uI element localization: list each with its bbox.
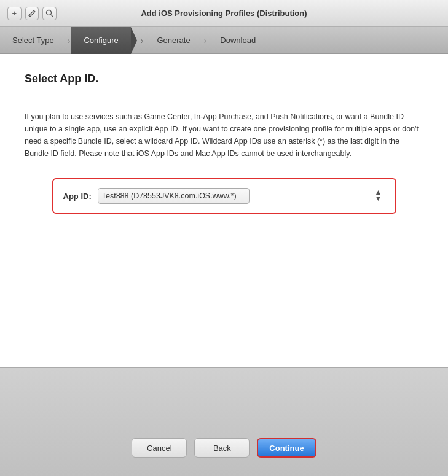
app-id-label: App ID: <box>63 192 92 201</box>
titlebar: + Add iOS Provisioning Profiles (Distrib… <box>0 0 448 27</box>
chevron-icon: ▲ ▼ <box>375 190 382 201</box>
step-select-type-label: Select Type <box>12 36 54 45</box>
step-download-label: Download <box>220 36 256 45</box>
step-generate-label: Generate <box>157 36 190 45</box>
step-select-type[interactable]: Select Type <box>0 27 66 54</box>
arrow-3: › <box>203 36 208 45</box>
back-button[interactable]: Back <box>194 438 250 458</box>
footer: Cancel Back Continue <box>0 367 448 476</box>
step-configure-label: Configure <box>84 36 118 45</box>
window-title: Add iOS Provisioning Profiles (Distribut… <box>57 9 391 18</box>
continue-button[interactable]: Continue <box>257 438 316 458</box>
svg-line-1 <box>51 15 53 17</box>
edit-button[interactable] <box>25 7 39 20</box>
section-title: Select App ID. <box>25 72 423 85</box>
step-generate[interactable]: Generate <box>144 27 202 54</box>
add-button[interactable]: + <box>7 7 22 20</box>
search-button[interactable] <box>42 7 57 20</box>
divider <box>25 98 423 98</box>
app-id-section: App ID: Test888 (D78553JVK8.com.iOS.www.… <box>52 178 396 214</box>
arrow-1: › <box>66 36 72 45</box>
main-content: Select App ID. If you plan to use servic… <box>0 54 448 367</box>
arrow-2: › <box>140 36 145 45</box>
svg-point-0 <box>47 10 52 15</box>
description-text: If you plan to use services such as Game… <box>25 111 423 160</box>
app-id-select-wrapper: Test888 (D78553JVK8.com.iOS.www.*) ▲ ▼ <box>98 188 385 204</box>
step-configure[interactable]: Configure <box>71 27 130 54</box>
step-download[interactable]: Download <box>208 27 268 54</box>
cancel-button[interactable]: Cancel <box>132 438 187 458</box>
steps-bar: Select Type › Configure › Generate › Dow… <box>0 27 448 54</box>
app-id-select[interactable]: Test888 (D78553JVK8.com.iOS.www.*) <box>98 188 250 204</box>
